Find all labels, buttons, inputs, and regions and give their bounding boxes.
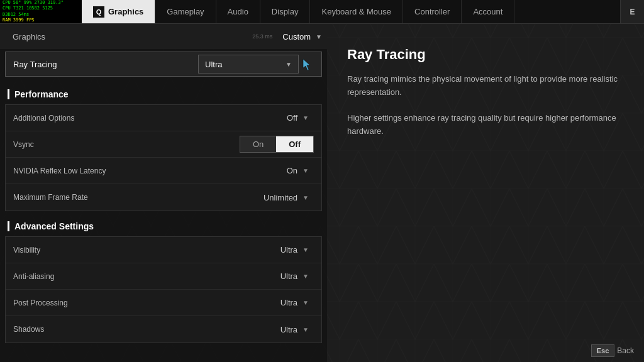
additional-options-row[interactable]: Additional Options Off ▼ (6, 105, 321, 131)
ray-tracing-arrow: ▼ (286, 61, 292, 68)
vsync-label: Vsync (13, 140, 240, 149)
shadows-dropdown[interactable]: Ultra ▼ (188, 325, 314, 334)
anti-aliasing-dropdown[interactable]: Ultra ▼ (188, 272, 314, 281)
tab-audio[interactable]: Audio (216, 0, 260, 23)
tab-audio-label: Audio (228, 7, 248, 16)
info-panel: Ray Tracing Ray tracing mimics the physi… (327, 24, 644, 362)
tab-account-label: Account (473, 7, 502, 16)
vsync-toggle[interactable]: On Off (240, 136, 314, 153)
main-layout: Graphics 25.3 ms Custom ▼ Ray Tracing Ul… (0, 24, 644, 362)
visibility-value: Ultra ▼ (280, 245, 314, 255)
anti-aliasing-value: Ultra ▼ (280, 272, 314, 281)
advanced-section-header: Advanced Settings (0, 211, 327, 236)
visibility-arrow: ▼ (303, 246, 309, 253)
nvidia-reflex-dropdown[interactable]: On ▼ (188, 166, 314, 175)
tab-keyboard-label: Keyboard & Mouse (321, 7, 391, 16)
shadows-arrow: ▼ (303, 326, 309, 333)
tab-gameplay-label: Gameplay (167, 7, 204, 16)
nvidia-reflex-row[interactable]: NVIDIA Reflex Low Latency On ▼ (6, 158, 321, 184)
graphics-label: Graphics (5, 32, 252, 41)
additional-options-label: Additional Options (13, 114, 188, 123)
tab-display-label: Display (272, 7, 299, 16)
tab-keyboard[interactable]: Keyboard & Mouse (310, 0, 403, 23)
anti-aliasing-row[interactable]: Anti-aliasing Ultra ▼ (6, 263, 321, 290)
additional-options-value: Off ▼ (287, 113, 314, 123)
shadows-label: Shadows (13, 325, 188, 334)
visibility-row[interactable]: Visibility Ultra ▼ (6, 237, 321, 263)
shadows-value: Ultra ▼ (280, 325, 314, 334)
tab-account[interactable]: Account (462, 0, 514, 23)
bottom-bar: Esc Back (581, 339, 644, 362)
tab-controller[interactable]: Controller (403, 0, 462, 23)
post-processing-value: Ultra ▼ (280, 298, 314, 307)
nvidia-reflex-label: NVIDIA Reflex Low Latency (13, 167, 188, 175)
sys-line-2: CPU 7321 10582 5125 (3, 6, 79, 11)
esc-key[interactable]: Esc (591, 344, 615, 357)
graphics-value: Custom (282, 32, 311, 41)
graphics-preset-row: Graphics 25.3 ms Custom ▼ (0, 24, 327, 49)
cursor-icon (301, 58, 314, 70)
performance-title: Performance (14, 89, 69, 99)
vsync-on-button[interactable]: On (240, 136, 276, 152)
q-icon: Q (93, 6, 104, 18)
nav-bar: CPU 58° 99% 2730 319.3° CPU 7321 10582 5… (0, 0, 644, 24)
post-processing-label: Post Processing (13, 299, 188, 307)
shadows-row[interactable]: Shadows Ultra ▼ (6, 316, 321, 343)
sys-line-3: D3D12 54ms (3, 12, 79, 18)
performance-settings-group: Additional Options Off ▼ Vsync On Off (5, 104, 322, 211)
advanced-title: Advanced Settings (14, 221, 94, 231)
ray-tracing-value: Ultra (205, 60, 222, 69)
visibility-dropdown[interactable]: Ultra ▼ (188, 245, 314, 255)
max-frame-rate-dropdown[interactable]: Unlimited ▼ (188, 193, 314, 202)
post-processing-row[interactable]: Post Processing Ultra ▼ (6, 290, 321, 316)
anti-aliasing-label: Anti-aliasing (13, 272, 188, 281)
vsync-off-button[interactable]: Off (276, 136, 313, 152)
tab-graphics-label: Graphics (108, 7, 143, 16)
advanced-settings-group: Visibility Ultra ▼ Anti-aliasing Ultra ▼ (5, 236, 322, 343)
info-title: Ray Tracing (347, 47, 624, 63)
max-frame-rate-row[interactable]: Maximum Frame Rate Unlimited ▼ (6, 184, 321, 211)
ray-tracing-dropdown[interactable]: Ultra ▼ (198, 55, 299, 74)
tab-gameplay[interactable]: Gameplay (155, 0, 216, 23)
graphics-dropdown-arrow: ▼ (316, 33, 322, 40)
left-panel: Graphics 25.3 ms Custom ▼ Ray Tracing Ul… (0, 24, 327, 362)
max-frame-rate-label: Maximum Frame Rate (13, 193, 188, 202)
sys-line-4: RAM 3999 FPS (3, 18, 79, 23)
post-processing-arrow: ▼ (303, 299, 309, 306)
additional-options-dropdown[interactable]: Off ▼ (188, 113, 314, 123)
tab-display[interactable]: Display (260, 0, 311, 23)
max-frame-rate-value: Unlimited ▼ (264, 193, 314, 202)
vsync-row: Vsync On Off (6, 131, 321, 158)
back-label: Back (617, 346, 634, 355)
post-processing-dropdown[interactable]: Ultra ▼ (188, 298, 314, 307)
anti-aliasing-arrow: ▼ (303, 273, 309, 280)
performance-section-header: Performance (0, 79, 327, 104)
tab-graphics[interactable]: Q Graphics (82, 0, 155, 23)
max-frame-rate-arrow: ▼ (303, 194, 309, 201)
info-description: Ray tracing mimics the physical movement… (347, 73, 624, 138)
info-desc-1: Ray tracing mimics the physical movement… (347, 74, 618, 97)
nvidia-reflex-value: On ▼ (287, 166, 314, 175)
visibility-label: Visibility (13, 246, 188, 255)
ray-tracing-row[interactable]: Ray Tracing Ultra ▼ (5, 52, 322, 77)
sys-line-1: CPU 58° 99% 2730 319.3° (3, 0, 79, 6)
nav-spacer (514, 0, 620, 23)
svg-marker-5 (303, 59, 310, 70)
graphics-sub: 25.3 ms (252, 33, 272, 40)
e-key-button[interactable]: E (620, 0, 644, 23)
ray-tracing-label: Ray Tracing (13, 60, 198, 69)
nvidia-reflex-arrow: ▼ (303, 167, 309, 174)
info-desc-2: Higher settings enhance ray tracing qual… (347, 113, 616, 136)
system-info: CPU 58° 99% 2730 319.3° CPU 7321 10582 5… (0, 0, 82, 23)
additional-options-arrow: ▼ (303, 114, 309, 121)
tab-controller-label: Controller (414, 7, 450, 16)
